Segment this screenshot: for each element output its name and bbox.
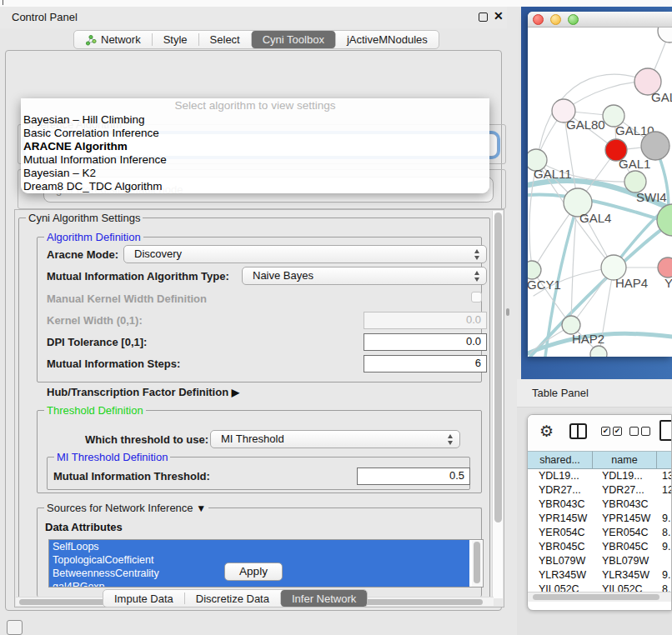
node-label: GAL80 (566, 118, 605, 132)
mi-steps-field[interactable]: 6 (364, 355, 487, 372)
table-cell: YBR045C (593, 540, 657, 554)
panel-splitter-grip[interactable] (506, 308, 509, 316)
table-cell: 8. (657, 582, 672, 592)
table-cell: YER054C (593, 526, 657, 540)
node-label: YD (664, 276, 672, 290)
data-attribute-item[interactable]: SelfLoops (49, 540, 469, 553)
table-cell: YBR043C (528, 498, 593, 512)
node-label: HAP2 (572, 332, 604, 346)
tab-label: Infer Network (292, 592, 356, 605)
table-cell: 13 (657, 469, 672, 483)
list-scrollbar[interactable] (472, 541, 482, 588)
mi-steps-label: Mutual Information Steps: (47, 358, 180, 370)
algorithm-option[interactable]: Bayesian – Hill Climbing (21, 113, 489, 127)
minimized-panel-icon[interactable] (7, 620, 23, 635)
table-row[interactable]: YDR27...YDR27...12 (528, 483, 672, 498)
page-icon[interactable] (659, 420, 672, 441)
network-node[interactable] (658, 28, 672, 42)
table-row[interactable]: YBR043CYBR043C (528, 498, 672, 512)
node-table-frame: ⚙ ✔ ✔ shared...name YDL19...YDL19...13YD… (527, 414, 672, 611)
aracne-mode-combo[interactable]: Discovery (123, 245, 487, 263)
tab-select[interactable]: Select (199, 31, 251, 48)
select-all-columns-icon[interactable]: ✔ ✔ (601, 427, 622, 436)
table-header-row: shared...name (528, 451, 672, 469)
tab-jactivemnodules[interactable]: jActiveMNodules (336, 31, 439, 48)
table-row[interactable]: YBR045CYBR045C9. (528, 540, 672, 554)
algorithm-dropdown-placeholder: Select algorithm to view settings (21, 98, 489, 113)
table-horizontal-scrollbar[interactable] (528, 592, 672, 602)
data-attribute-item[interactable]: gal4RGexp (49, 580, 469, 588)
network-node[interactable] (641, 132, 669, 160)
dpi-tolerance-field[interactable]: 0.0 (364, 333, 487, 351)
table-column-header[interactable]: shared... (528, 451, 593, 469)
tab-network[interactable]: Network (74, 31, 152, 48)
table-cell: YBR043C (593, 498, 657, 512)
table-column-header[interactable] (657, 451, 672, 469)
tab-label: jActiveMNodules (347, 33, 428, 46)
table-row[interactable]: YLR345WYLR345W9. (528, 568, 672, 582)
table-cell: 9. (657, 512, 672, 526)
window-zoom-button[interactable] (568, 14, 579, 25)
table-cell: YDL19... (593, 469, 657, 483)
algorithm-option[interactable]: Dream8 DC_TDC Algorithm (21, 180, 489, 193)
network-window-titlebar[interactable] (528, 12, 672, 28)
table-row[interactable]: YPR145WYPR145W9. (528, 512, 672, 526)
tab-label: Network (101, 33, 141, 46)
stepper-arrows-icon (474, 249, 480, 260)
table-row[interactable]: YDL19...YDL19...13 (528, 469, 672, 483)
algorithm-option[interactable]: ARACNE Algorithm (21, 140, 489, 153)
tab-style[interactable]: Style (153, 31, 198, 48)
split-columns-icon[interactable] (569, 423, 587, 439)
table-cell: YBL079W (528, 554, 593, 568)
network-node-gcy1[interactable] (528, 261, 541, 279)
application-window: Control Panel ✕ NetworkStyleSelectCyni T… (0, 0, 672, 635)
table-cell: YIL052C (593, 582, 657, 592)
cyni-algorithm-settings-title: Cyni Algorithm Settings (26, 212, 143, 224)
tab-label: Style (163, 33, 188, 46)
window-minimize-button[interactable] (550, 14, 561, 25)
mi-type-combo[interactable]: Naive Bayes (242, 267, 487, 285)
hub-definition-toggle[interactable]: Hub/Transcription Factor Definition ▶ (47, 386, 239, 398)
apply-button[interactable]: Apply (224, 562, 283, 581)
close-panel-icon[interactable]: ✕ (494, 9, 504, 22)
top-strip (0, 0, 672, 7)
gear-icon[interactable]: ⚙ (539, 422, 554, 441)
algorithm-dropdown-popup: Select algorithm to view settings Bayesi… (21, 98, 489, 193)
kernel-width-field[interactable]: 0.0 (364, 312, 487, 329)
table-column-header[interactable]: name (593, 451, 657, 469)
tab-infer-network[interactable]: Infer Network (281, 590, 367, 607)
tab-discretize-data[interactable]: Discretize Data (185, 590, 280, 607)
table-cell: YPR145W (593, 512, 657, 526)
algorithm-option[interactable]: Basic Correlation Inference (21, 127, 489, 140)
network-node-yd[interactable] (658, 258, 672, 278)
mi-type-label: Mutual Information Algorithm Type: (47, 270, 229, 282)
settings-vertical-scrollbar[interactable] (492, 211, 503, 598)
mi-threshold-field[interactable]: 0.5 (357, 468, 470, 485)
table-cell: 12 (657, 483, 672, 498)
table-cell: YPR145W (528, 512, 593, 526)
checked-box-icon: ✔ (613, 427, 622, 436)
hub-definition-label: Hub/Transcription Factor Definition (47, 386, 228, 398)
manual-kernel-checkbox[interactable] (471, 292, 482, 302)
table-row[interactable]: YIL052CYIL052C8. (528, 582, 672, 592)
network-window: GAL7GAL80GAL10GAL1GAL11SWI4GAL4GCY1HAP4Y… (528, 12, 672, 357)
table-row[interactable]: YER054CYER054C8. (528, 526, 672, 540)
table-cell: 8. (657, 526, 672, 540)
tab-impute-data[interactable]: Impute Data (103, 590, 184, 607)
algorithm-option[interactable]: Bayesian – K2 (21, 167, 489, 180)
dpi-tolerance-label: DPI Tolerance [0,1]: (47, 336, 147, 348)
tab-cyni-toolbox[interactable]: Cyni Toolbox (252, 31, 335, 48)
algorithm-option[interactable]: Mutual Information Inference (21, 153, 489, 167)
sources-toggle[interactable]: Sources for Network Inference ▼ (44, 502, 208, 514)
deselect-all-columns-icon[interactable] (629, 427, 650, 436)
table-cell: 9. (657, 568, 672, 582)
node-label: SWI4 (636, 190, 667, 204)
table-cell (657, 554, 672, 568)
unchecked-box-icon (629, 427, 639, 436)
float-panel-icon[interactable] (479, 12, 488, 22)
window-close-button[interactable] (533, 14, 544, 25)
node-label: GAL4 (579, 211, 611, 225)
network-canvas[interactable]: GAL7GAL80GAL10GAL1GAL11SWI4GAL4GCY1HAP4Y… (528, 28, 672, 357)
which-threshold-combo[interactable]: MI Threshold (210, 430, 460, 448)
table-row[interactable]: YBL079WYBL079W (528, 554, 672, 568)
